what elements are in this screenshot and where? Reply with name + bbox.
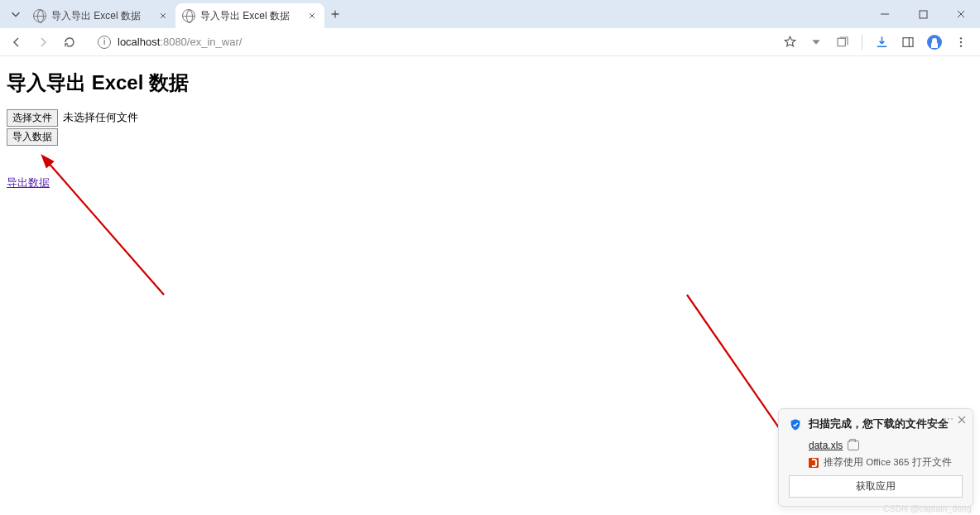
notification-header: 扫描完成，您下载的文件安全	[789, 417, 963, 431]
notification-recommend: 推荐使用 Office 365 打开文件	[809, 456, 963, 469]
profile-button[interactable]	[927, 35, 942, 50]
svg-rect-1	[838, 38, 845, 46]
minimize-icon	[880, 9, 890, 19]
address-bar: i localhost:8080/ex_in_war/	[0, 28, 980, 56]
watermark: CSDN @captain_dong	[883, 504, 972, 513]
notification-recommend-text: 推荐使用 Office 365 打开文件	[824, 456, 952, 469]
close-icon	[956, 9, 966, 19]
notification-close-button[interactable]	[956, 414, 968, 426]
file-status-text: 未选择任何文件	[63, 111, 138, 125]
titlebar: 导入导出 Excel 数据 导入导出 Excel 数据	[0, 0, 980, 28]
svg-rect-2	[903, 37, 913, 46]
window-minimize-button[interactable]	[866, 0, 904, 28]
page-title: 导入导出 Excel 数据	[7, 70, 973, 96]
tabs-icon	[836, 36, 849, 49]
arrow-left-icon	[10, 36, 23, 49]
svg-line-6	[48, 162, 164, 295]
tab-close-button[interactable]	[306, 10, 318, 22]
side-panel-button[interactable]	[901, 35, 915, 50]
star-icon	[783, 35, 797, 49]
new-tab-button[interactable]	[324, 3, 346, 25]
downloaded-file-link[interactable]: data.xls	[809, 440, 843, 451]
choose-file-button[interactable]: 选择文件	[7, 109, 58, 127]
extension-icon-2[interactable]	[835, 35, 850, 50]
page-content: 导入导出 Excel 数据 选择文件 未选择任何文件 导入数据 导出数据 ⋯	[0, 56, 980, 515]
svg-point-5	[960, 45, 962, 46]
panel-icon	[901, 36, 915, 49]
export-data-link[interactable]: 导出数据	[7, 176, 50, 190]
avatar-icon	[927, 35, 942, 50]
extension-icon[interactable]	[809, 35, 824, 50]
browser-tab-inactive[interactable]: 导入导出 Excel 数据	[26, 3, 175, 28]
folder-icon[interactable]	[848, 440, 859, 450]
chevron-down-icon	[10, 8, 22, 20]
browser-tab-active[interactable]: 导入导出 Excel 数据	[175, 3, 324, 28]
globe-icon	[33, 9, 46, 22]
reload-icon	[63, 36, 76, 49]
globe-icon	[182, 9, 195, 22]
svg-rect-0	[920, 11, 927, 18]
tab-close-button[interactable]	[157, 10, 169, 22]
download-icon	[875, 35, 889, 49]
browser-menu-button[interactable]	[954, 35, 968, 50]
url-container[interactable]: i localhost:8080/ex_in_war/	[98, 36, 242, 49]
notification-menu-button[interactable]: ⋯	[944, 413, 954, 425]
notification-file-row: data.xls	[809, 440, 963, 451]
url-text: localhost:8080/ex_in_war/	[118, 36, 242, 48]
arrow-right-icon	[36, 36, 50, 49]
shield-icon	[789, 418, 802, 431]
office-icon	[809, 458, 819, 468]
get-app-button[interactable]: 获取应用	[789, 475, 963, 498]
address-actions	[782, 35, 968, 50]
tab-title: 导入导出 Excel 数据	[51, 9, 152, 23]
tab-list-dropdown[interactable]	[5, 8, 26, 20]
window-controls	[866, 0, 980, 28]
close-icon	[958, 416, 966, 424]
annotation-arrow	[40, 154, 180, 303]
svg-point-4	[960, 41, 962, 42]
maximize-icon	[919, 10, 928, 19]
separator	[862, 35, 862, 50]
import-button[interactable]: 导入数据	[7, 128, 58, 146]
site-info-icon[interactable]: i	[98, 36, 111, 49]
window-maximize-button[interactable]	[904, 0, 942, 28]
nav-forward-button[interactable]	[33, 32, 53, 52]
notification-title: 扫描完成，您下载的文件安全	[809, 417, 949, 431]
bookmark-star-button[interactable]	[782, 35, 797, 50]
downloads-button[interactable]	[874, 35, 889, 50]
plus-icon	[329, 8, 341, 20]
close-icon	[159, 12, 167, 20]
svg-point-3	[960, 37, 962, 39]
tab-title: 导入导出 Excel 数据	[200, 9, 301, 23]
nav-back-button[interactable]	[7, 32, 26, 52]
close-icon	[308, 12, 316, 20]
chevron-down-filled-icon	[809, 36, 823, 49]
download-notification: ⋯ 扫描完成，您下载的文件安全 data.xls 推荐使用 Office 365…	[778, 408, 973, 507]
window-close-button[interactable]	[942, 0, 980, 28]
file-upload-row: 选择文件 未选择任何文件	[7, 109, 973, 127]
nav-reload-button[interactable]	[60, 32, 79, 52]
kebab-icon	[954, 36, 968, 49]
